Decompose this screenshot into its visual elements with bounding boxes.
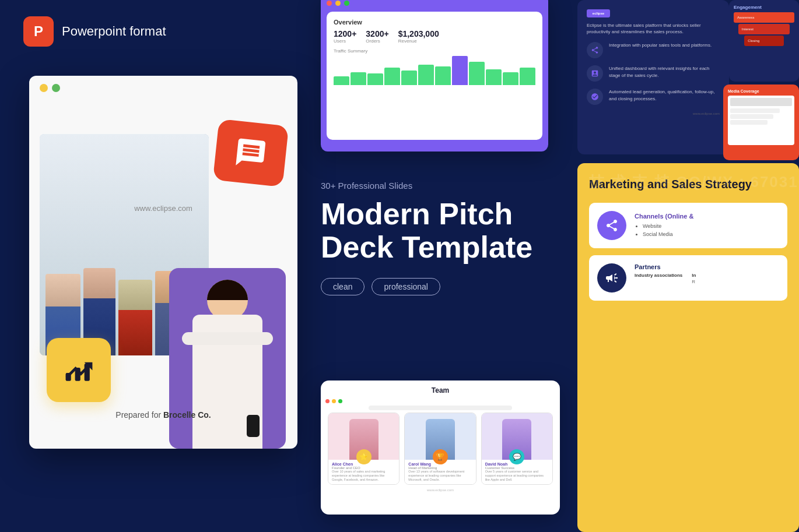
prepared-prefix: Prepared for <box>115 410 163 420</box>
team-url-bar <box>369 406 512 410</box>
bar9 <box>469 62 485 85</box>
funnel-top: Awareness <box>734 12 794 23</box>
partners-icon <box>597 263 626 293</box>
channels-icon <box>597 211 626 240</box>
stat1-label: Users <box>334 38 356 44</box>
tags-row: clean professional <box>321 278 572 295</box>
feature-icon-1 <box>587 42 603 58</box>
slide-frame: www.eclipse.com Prepared for Brocelle Co… <box>29 76 297 449</box>
partners-content: Partners Industry associations In R <box>635 263 696 284</box>
chart-icon <box>591 69 599 77</box>
chart-section-label: Traffic Summary <box>334 48 535 54</box>
main-title: Modern Pitch Deck Template <box>321 198 572 264</box>
alice-badge: ⭐ <box>356 449 372 464</box>
person3 <box>118 280 152 355</box>
stat3-value: $1,203,000 <box>398 29 439 38</box>
bar10 <box>486 69 502 86</box>
ppt-icon <box>23 16 54 47</box>
girl-body <box>192 315 262 449</box>
share-channels-icon <box>605 219 619 232</box>
stats-row: 1200+ Users 3200+ Orders $1,203,000 Reve… <box>334 29 535 44</box>
chat-icon-svg <box>233 135 269 171</box>
team-cards-row: ⭐ Alice Chen Founder and CEO Over 10 yea… <box>321 413 560 485</box>
team-card-alice: ⭐ Alice Chen Founder and CEO Over 10 yea… <box>328 413 400 485</box>
team-slide-header: Team <box>321 380 560 398</box>
team-card-david: 💬 David Noah Customer Success Over 5 yea… <box>481 413 553 485</box>
feature-icon-3 <box>587 89 603 105</box>
bar6 <box>418 65 434 85</box>
automation-icon <box>591 93 599 101</box>
bar-chart <box>334 56 535 85</box>
feature-row-3: Automated lead generation, qualification… <box>587 89 720 105</box>
feature-text-2: Unified dashboard with relevant insights… <box>609 65 720 78</box>
middle-panel: Overview 1200+ Users 3200+ Orders $1,203… <box>303 0 577 532</box>
funnel-top-label: Awareness <box>737 16 755 19</box>
dashboard-slide: Overview 1200+ Users 3200+ Orders $1,203… <box>321 0 548 152</box>
stat2-label: Orders <box>366 38 388 44</box>
stat2-value: 3200+ <box>366 29 388 38</box>
channels-list: Website Social Media <box>635 222 693 239</box>
funnel-lower: Closing <box>744 36 784 46</box>
media-inner <box>728 96 794 145</box>
bar1 <box>334 76 349 85</box>
main-title-line1: Modern Pitch <box>321 197 513 231</box>
david-desc: Over 5 years of customer service and sup… <box>485 470 549 482</box>
partners-cols: Industry associations In R <box>635 273 696 284</box>
engagement-title: Engagement <box>734 5 794 10</box>
girl-photo <box>169 268 286 449</box>
feature-text-1: Integration with popular sales tools and… <box>609 42 712 48</box>
funnel-mid: Interest <box>738 24 790 34</box>
main-title-section: 30+ Professional Slides Modern Pitch Dec… <box>321 181 572 313</box>
stat1: 1200+ Users <box>334 29 356 44</box>
team-slide-preview: Team ⭐ Alice Chen Founder and CEO Over 1… <box>321 380 560 515</box>
dash-dot-green <box>344 1 349 6</box>
stat1-value: 1200+ <box>334 29 356 38</box>
media-image-placeholder <box>730 98 792 106</box>
bar2 <box>351 72 366 86</box>
svg-rect-1 <box>75 367 80 380</box>
partners-col1-header: Industry associations <box>635 273 682 278</box>
media-text-1 <box>730 108 780 113</box>
dashboard-header: Overview <box>334 19 535 26</box>
dot-green <box>52 84 60 92</box>
media-text-3 <box>730 120 768 125</box>
channels-card: Channels (Online & Website Social Media <box>589 203 787 248</box>
main-title-line2: Deck Template <box>321 230 532 264</box>
watermark: 技 术 支 持 QQ/WX：670316 <box>589 172 799 192</box>
powerpoint-badge: Powerpoint format <box>0 0 303 63</box>
phone-prop <box>247 415 260 437</box>
tag-clean: clean <box>321 278 365 295</box>
slide-prepared-text: Prepared for Brocelle Co. <box>115 410 211 420</box>
channels-content: Channels (Online & Website Social Media <box>635 213 693 239</box>
chart-float-icon <box>47 338 111 402</box>
partners-card: Partners Industry associations In R <box>589 255 787 301</box>
tdot-red <box>325 399 330 403</box>
feature-icon-2 <box>587 65 603 82</box>
channel-item-1: Website <box>643 222 693 230</box>
tag-professional: professional <box>372 278 440 295</box>
bar5 <box>401 71 417 85</box>
eclipse-features-slide: eclipse Eclipse is the ultimate sales pl… <box>577 0 729 154</box>
slide-count-label: 30+ Professional Slides <box>321 181 572 191</box>
girl-arms <box>182 332 273 345</box>
partners-col2-item: R <box>692 279 696 284</box>
partners-col-2: In R <box>692 273 696 284</box>
slide-url: www.eclipse.com <box>134 204 192 213</box>
carol-photo-area: 🏆 <box>405 413 475 460</box>
feature-text-3: Automated lead generation, qualification… <box>609 89 720 101</box>
prepared-company: Brocelle Co. <box>163 410 211 420</box>
stat3-label: Revenue <box>398 38 439 44</box>
funnel-lower-label: Closing <box>748 39 759 43</box>
svg-rect-0 <box>65 373 71 381</box>
eclipse-header-row: eclipse <box>587 9 720 17</box>
bar7 <box>435 66 451 86</box>
carol-badge: 🏆 <box>433 449 448 464</box>
marketing-slide: Marketing and Sales Strategy Channels (O… <box>577 163 799 532</box>
bar11 <box>503 72 518 86</box>
share-icon <box>591 46 599 54</box>
funnel-chart: Awareness Interest Closing <box>734 12 794 46</box>
media-coverage-slide: Media Coverage <box>723 84 799 160</box>
partners-col2-header: In <box>692 273 696 278</box>
stat2: 3200+ Orders <box>366 29 388 44</box>
powerpoint-label: Powerpoint format <box>62 24 166 39</box>
